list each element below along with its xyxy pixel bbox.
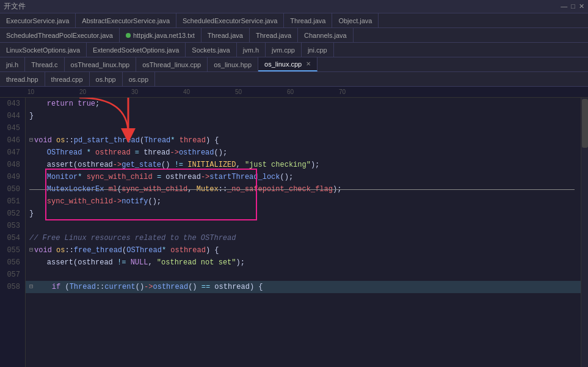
ruler-mark-10: 10	[27, 89, 79, 95]
tab-Thread1[interactable]: Thread.java	[284, 13, 332, 27]
linenum-054: 054	[0, 232, 20, 244]
code-content: return true ; } ⊟ void os :: pd_start_th	[26, 98, 581, 367]
scrollbar-thumb[interactable]	[582, 99, 588, 148]
linenum-047: 047	[0, 147, 20, 159]
ruler-mark-50: 50	[235, 89, 287, 95]
tab-thread-cpp[interactable]: thread.cpp	[45, 72, 90, 86]
code-area: 043 044 045 046 047 048 049 050 051 052 …	[0, 98, 588, 367]
tab-osThread-cpp[interactable]: osThread_linux.cpp	[136, 57, 208, 71]
linenum-056: 056	[0, 256, 20, 269]
scrollbar[interactable]	[581, 98, 588, 367]
linenum-055: 055	[0, 244, 20, 256]
tab-row-3: LinuxSocketOptions.java ExtendedSocketOp…	[0, 43, 588, 57]
ruler-mark-70: 70	[339, 89, 391, 95]
tab-ExecutorService[interactable]: ExecutorService.java	[0, 13, 76, 27]
code-line-048: assert(osthread -> get_state () != INITI…	[26, 159, 581, 171]
code-line-058: ⊟ if ( Thread :: current () -> osthread …	[26, 281, 581, 293]
tab-LinuxSocketOptions[interactable]: LinuxSocketOptions.java	[0, 43, 87, 57]
tab-ExtendedSocketOptions[interactable]: ExtendedSocketOptions.java	[87, 43, 186, 57]
tab-Thread2[interactable]: Thread.java	[201, 28, 250, 42]
ruler-mark-40: 40	[183, 89, 235, 95]
code-line-052: }	[26, 208, 581, 220]
tab-thread-hpp[interactable]: thread.hpp	[0, 72, 45, 86]
tab-ThreadC[interactable]: Thread.c	[25, 57, 64, 71]
tab-row-1: ExecutorService.java AbstractExecutorSer…	[0, 13, 588, 28]
tab-jnih[interactable]: jni.h	[0, 57, 25, 71]
collapse-058[interactable]: ⊟	[29, 281, 33, 293]
tab-jvmh[interactable]: jvm.h	[237, 43, 266, 57]
title-text: 开文件	[4, 1, 26, 12]
tab-os-hpp[interactable]: os.hpp	[90, 72, 123, 86]
collapse-055[interactable]: ⊟	[29, 244, 33, 256]
linenum-044: 044	[0, 110, 20, 122]
title-bar: 开文件 — □ ✕	[0, 0, 588, 13]
code-line-056: assert(osthread != NULL , "osthread not …	[26, 256, 581, 269]
tab-close-icon[interactable]: ✕	[306, 60, 311, 67]
linenum-043: 043	[0, 98, 20, 110]
linenum-045: 045	[0, 122, 20, 134]
linenum-049: 049	[0, 171, 20, 183]
tab-row-5: thread.hpp thread.cpp os.hpp os.cpp	[0, 72, 588, 87]
linenum-058: 058	[0, 281, 20, 293]
code-line-047: OSThread * osthread = thread -> osthread…	[26, 147, 581, 159]
tab-oslinux-cpp[interactable]: os_linux.cpp✕	[258, 57, 318, 71]
linenum-051: 051	[0, 195, 20, 208]
collapse-046[interactable]: ⊟	[29, 134, 33, 147]
tab-Channels[interactable]: Channels.java	[298, 28, 354, 42]
code-line-049: Monitor * sync_with_child = osthread -> …	[26, 171, 581, 183]
linenum-050: 050	[0, 183, 20, 195]
code-line-044: }	[26, 110, 581, 122]
tab-ScheduledExecutorService[interactable]: ScheduledExecutorService.java	[176, 13, 284, 27]
code-line-050: MutexLockerEx ml ( sync_with_child , Mut…	[26, 183, 581, 195]
close-btn[interactable]: ✕	[579, 2, 584, 10]
minimize-btn[interactable]: —	[561, 2, 567, 10]
ruler-mark-20: 20	[79, 89, 131, 95]
code-line-054: // Free Linux resources related to the O…	[26, 232, 581, 244]
code-line-046: ⊟ void os :: pd_start_thread ( Thread * …	[26, 134, 581, 147]
ruler-marks: 10 20 30 40 50 60 70	[27, 89, 391, 95]
ruler: 10 20 30 40 50 60 70	[0, 87, 588, 98]
ruler-mark-60: 60	[287, 89, 339, 95]
maximize-btn[interactable]: □	[571, 2, 575, 10]
linenum-048: 048	[0, 159, 20, 171]
code-line-057	[26, 269, 581, 281]
code-line-055: ⊟ void os :: free_thread ( OSThread * os…	[26, 244, 581, 256]
tab-os-cpp[interactable]: os.cpp	[123, 72, 155, 86]
code-line-051: sync_with_child -> notify ();	[26, 195, 581, 208]
tab-jvmcpp[interactable]: jvm.cpp	[266, 43, 302, 57]
code-line-053	[26, 220, 581, 232]
tab-Object[interactable]: Object.java	[332, 13, 379, 27]
code-line-045	[26, 122, 581, 134]
tab-AbstractExecutorService[interactable]: AbstractExecutorService.java	[76, 13, 176, 27]
linenum-046: 046	[0, 134, 20, 147]
tab-oslinux-hpp[interactable]: os_linux.hpp	[208, 57, 258, 71]
ruler-mark-30: 30	[131, 89, 183, 95]
linenum-053: 053	[0, 220, 20, 232]
tab-jnicpp[interactable]: jni.cpp	[302, 43, 334, 57]
linenum-057: 057	[0, 269, 20, 281]
code-lines: return true ; } ⊟ void os :: pd_start_th	[26, 98, 581, 293]
tab-httpjdk[interactable]: httpjdk.java.net13.txt	[120, 28, 201, 42]
linenum-052: 052	[0, 208, 20, 220]
tab-Sockets[interactable]: Sockets.java	[186, 43, 236, 57]
tab-osThread-hpp[interactable]: osThread_linux.hpp	[65, 57, 137, 71]
tab-row-2: ScheduledThreadPoolExecutor.java httpjdk…	[0, 28, 588, 43]
tab-ScheduledThreadPool[interactable]: ScheduledThreadPoolExecutor.java	[0, 28, 120, 42]
line-numbers: 043 044 045 046 047 048 049 050 051 052 …	[0, 98, 26, 367]
tab-row-4: jni.h Thread.c osThread_linux.hpp osThre…	[0, 57, 588, 72]
window-controls[interactable]: — □ ✕	[561, 2, 584, 10]
tab-Thread3[interactable]: Thread.java	[250, 28, 298, 42]
code-line-043: return true ;	[26, 98, 581, 110]
